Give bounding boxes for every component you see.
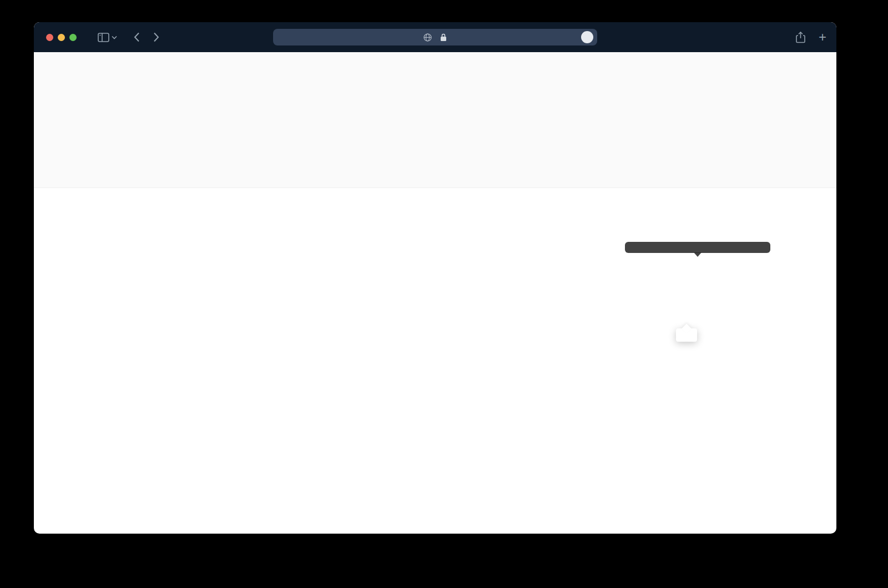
page-more-button[interactable] (581, 31, 593, 43)
close-window-button[interactable] (46, 34, 53, 41)
zoom-window-button[interactable] (69, 34, 77, 41)
minimize-window-button[interactable] (58, 34, 65, 41)
browser-titlebar: + (34, 22, 836, 52)
backfill-popover (676, 328, 697, 342)
back-button[interactable] (134, 32, 140, 42)
address-bar[interactable] (273, 29, 597, 45)
jobs-list (34, 52, 836, 188)
path-tooltip (625, 242, 770, 253)
new-tab-button[interactable]: + (819, 31, 826, 44)
lock-icon (440, 33, 447, 42)
forward-button[interactable] (153, 32, 159, 42)
sidebar-chevron-down-icon[interactable] (112, 36, 117, 39)
heatmap-controls (42, 59, 836, 77)
share-icon[interactable] (796, 32, 805, 43)
globe-icon (423, 33, 432, 42)
sidebar-toggle-icon[interactable] (98, 33, 109, 42)
browser-window: + (34, 22, 836, 534)
traffic-lights (46, 34, 77, 41)
expanded-heatmap-panel (34, 52, 836, 188)
